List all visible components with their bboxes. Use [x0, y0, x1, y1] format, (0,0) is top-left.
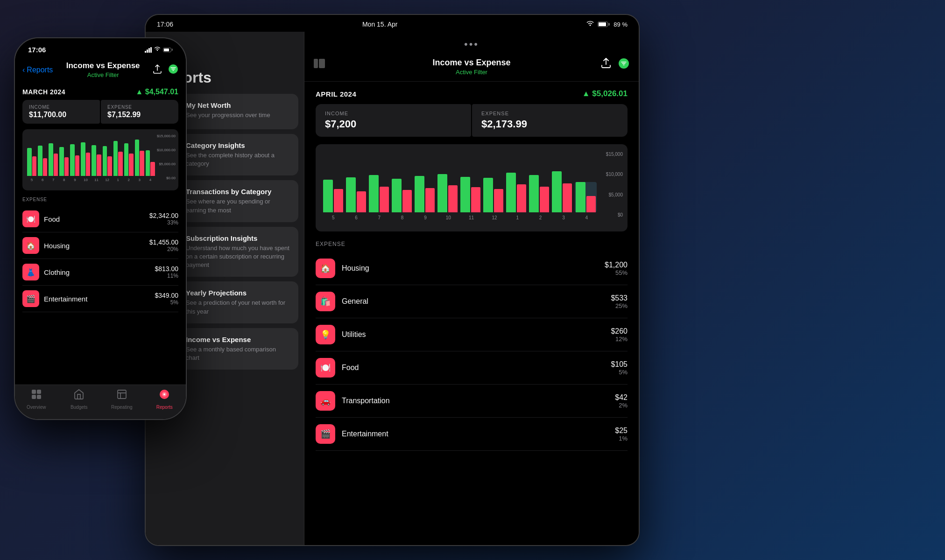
income-bar [323, 180, 333, 212]
phone-chart-xlabel: 10 [81, 178, 90, 182]
phone-income-bar [49, 143, 53, 176]
phone-status-icons [145, 47, 173, 53]
phone-income-bar [113, 141, 118, 176]
phone-time: 17:06 [28, 46, 46, 54]
chart-bar-group [346, 177, 366, 212]
svg-rect-30 [32, 390, 36, 394]
phone-chart: $15,000.00 $10,000.00 $5,000.00 $0.00 56… [22, 129, 178, 190]
expense-bar [563, 183, 572, 212]
svg-rect-20 [314, 59, 318, 68]
phone-chart-bar-group [59, 147, 69, 176]
expense-row[interactable]: 🎬 Entertainment $25 1% [316, 418, 628, 451]
chart-x-label: 8 [392, 215, 412, 220]
phone-chart-y-axis: $15,000.00 $10,000.00 $5,000.00 $0.00 [157, 134, 176, 180]
expense-row[interactable]: 🚗 Transportation $42 2% [316, 385, 628, 418]
expense-name: Entertainment [342, 430, 608, 438]
tab-repeating-label: Repeating [111, 405, 133, 410]
share-icon[interactable] [601, 58, 611, 71]
phone-wifi-icon [154, 47, 161, 53]
phone-expense-bar [32, 156, 37, 176]
chart-bar-group [415, 176, 435, 212]
expense-bar [380, 187, 389, 212]
income-expense-chart: $15,000 $10,000 $5,000 $0 56789101112123… [316, 144, 628, 231]
filter-icon[interactable] [618, 58, 629, 71]
repeating-icon [116, 389, 127, 403]
expense-bar [586, 196, 596, 212]
expense-value: $2,173.99 [481, 118, 618, 130]
phone-chart-xlabel: 3 [135, 178, 144, 182]
phone-chart-bars [27, 134, 174, 176]
phone-filter-icon[interactable] [168, 64, 178, 76]
expense-row[interactable]: 🏠 Housing $1,200 55% [316, 252, 628, 285]
tab-budgets[interactable]: Budgets [58, 389, 101, 410]
expense-bar [334, 189, 344, 212]
subscription-text: Subscription Insights Understand how muc… [186, 234, 291, 270]
expense-bar [357, 191, 367, 212]
phone-nav-center: Income vs Expense Active Filter [66, 61, 140, 78]
expense-icon: 🎬 [316, 424, 335, 444]
expense-row[interactable]: 🍽️ Food $105 5% [316, 351, 628, 385]
budgets-icon [73, 389, 85, 403]
expense-name: General [342, 297, 604, 306]
phone-expense-bar [140, 151, 144, 176]
expense-list: 🏠 Housing $1,200 55% 🛍️ General $533 25%… [316, 252, 628, 451]
scene: 17:06 Mon 15. Apr 89 % [0, 0, 945, 560]
chart-bar-group [529, 175, 549, 212]
phone-chart-xlabel: 6 [38, 178, 47, 182]
phone-income-bar [103, 146, 107, 176]
tab-budgets-label: Budgets [71, 405, 88, 410]
phone-expense-name: Housing [44, 242, 145, 250]
chart-x-label: 3 [553, 215, 573, 220]
chart-x-label: 6 [346, 215, 366, 220]
tab-overview-label: Overview [27, 405, 46, 410]
income-bar [552, 171, 562, 212]
phone-income-expense-row: INCOME $11,700.00 EXPENSE $7,152.99 [22, 100, 178, 124]
tab-overview[interactable]: Overview [15, 389, 58, 410]
layout-icon[interactable] [314, 59, 325, 68]
more-options-dots[interactable]: ••• [464, 38, 479, 50]
battery-pct: 89 % [614, 21, 628, 28]
phone-expense-bar [118, 152, 123, 176]
chart-x-label: 1 [508, 215, 528, 220]
tab-repeating[interactable]: Repeating [100, 389, 143, 410]
phone-expense-bar [97, 154, 101, 176]
phone-expense-amount: $813.00 11% [155, 265, 178, 279]
phone-chart-bar-group [92, 145, 101, 176]
svg-rect-31 [37, 390, 41, 394]
phone-expense-icon: 👗 [22, 264, 39, 280]
tablet-status-right: 89 % [586, 21, 628, 28]
chart-x-label: 7 [369, 215, 389, 220]
phone-expense-row[interactable]: 🏠 Housing $1,455.00 20% [22, 232, 178, 259]
tab-reports[interactable]: Reports [143, 389, 186, 410]
phone-expense-amount: $2,342.00 33% [149, 212, 178, 226]
chart-x-label: 10 [438, 215, 458, 220]
phone-expense-row[interactable]: 🍽️ Food $2,342.00 33% [22, 206, 178, 232]
phone-expense-amount: $1,455.00 20% [149, 238, 178, 252]
income-bar [506, 173, 516, 212]
expense-row[interactable]: 🛍️ General $533 25% [316, 285, 628, 318]
chart-x-label: 2 [530, 215, 550, 220]
phone-expense-amount: $349.00 5% [155, 292, 178, 306]
phone-expense-row[interactable]: 👗 Clothing $813.00 11% [22, 259, 178, 286]
chart-bar-group [483, 178, 503, 212]
phone-chart-bar-group [135, 140, 144, 176]
phone-chart-xlabels: 567891011121234 [27, 178, 174, 182]
expense-box: EXPENSE $2,173.99 [472, 104, 628, 137]
phone-share-icon[interactable] [153, 64, 162, 76]
phone-expense-bar [64, 157, 69, 176]
phone-chart-xlabel: 5 [27, 178, 36, 182]
phone-nav-actions [153, 64, 178, 76]
expense-row[interactable]: 💡 Utilities $260 12% [316, 318, 628, 351]
phone-expense-section-label: EXPENSE [22, 197, 178, 202]
phone-nav-bar: ‹ Reports Income vs Expense Active Filte… [15, 57, 186, 83]
phone-expense-name: Food [44, 215, 145, 223]
income-expense-text: Income vs Expense See a monthly based co… [186, 336, 291, 362]
phone-income-bar [81, 142, 85, 176]
transactions-category-text: Transactions by Category See where are y… [186, 188, 291, 214]
phone-expense-row[interactable]: 🎬 Entertainment $349.00 5% [22, 286, 178, 312]
phone-chart-xlabel: 9 [70, 178, 79, 182]
back-button[interactable]: ‹ Reports [22, 66, 53, 74]
dynamic-island [72, 44, 128, 60]
back-label: Reports [27, 66, 53, 74]
expense-name: Utilities [342, 330, 604, 339]
